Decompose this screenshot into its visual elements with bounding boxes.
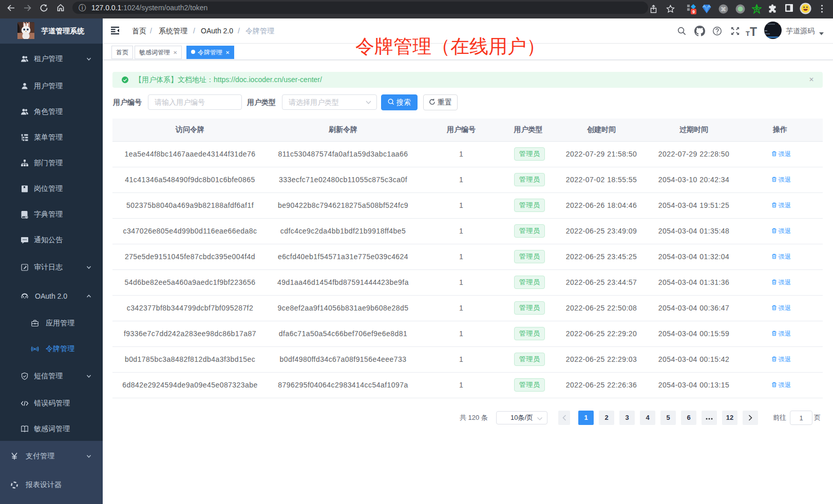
svg-text:a: a bbox=[34, 347, 36, 351]
svg-text:⌘: ⌘ bbox=[721, 6, 726, 12]
svg-text:9: 9 bbox=[692, 9, 695, 14]
